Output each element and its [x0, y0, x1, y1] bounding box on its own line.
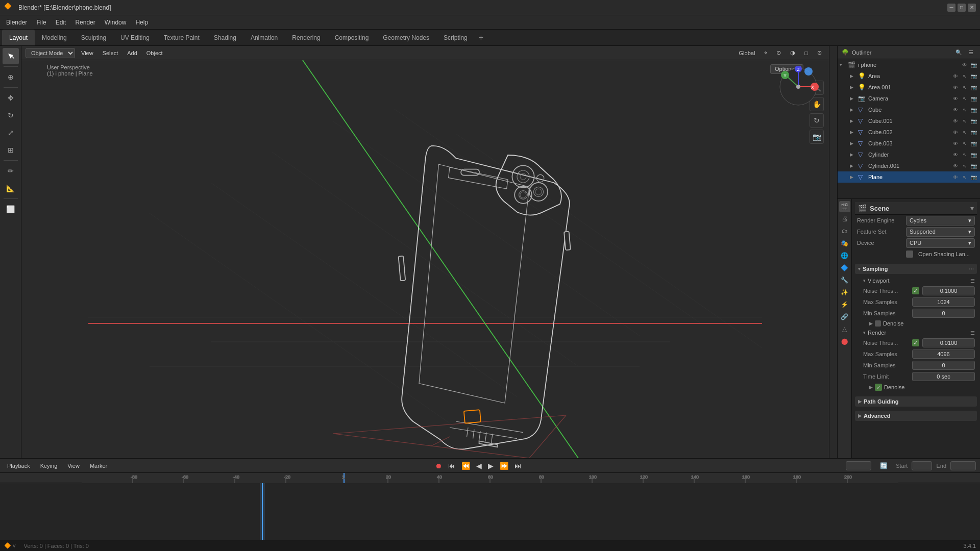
prop-tab-particles[interactable]: ✨ — [839, 287, 850, 298]
scene-expand-icon[interactable]: ▾ — [840, 62, 846, 67]
close-button[interactable]: ✕ — [968, 4, 976, 12]
outliner-item-cube002[interactable]: ▶ ▽ Cube.002 👁 ↖ 📷 — [838, 127, 980, 138]
outliner-scene-row[interactable]: ▾ 🎬 i phone 👁 📷 — [838, 59, 980, 70]
cube-expand-icon[interactable]: ▶ — [850, 107, 856, 112]
measure-tool-button[interactable]: 📐 — [3, 180, 19, 196]
render-denoise-header[interactable]: ▶ ✓ Denoise — [867, 382, 977, 392]
cylinder-visibility-btn[interactable]: 👁 — [951, 151, 960, 159]
outliner-item-camera[interactable]: ▶ 📷 Camera 👁 ↖ 📷 — [838, 93, 980, 104]
xray-button[interactable]: □ — [801, 49, 811, 57]
scene-visibility-button[interactable]: 👁 — [961, 61, 969, 69]
prop-tab-scene[interactable]: 🎭 — [839, 238, 850, 249]
start-frame-input[interactable]: 1 — [912, 461, 932, 470]
cube002-visibility-btn[interactable]: 👁 — [951, 128, 960, 136]
viewport-canvas[interactable]: 🔍 ✋ ↻ 📷 — [21, 60, 829, 458]
tab-modeling[interactable]: Modeling — [35, 30, 74, 45]
viewport-denoise-header[interactable]: ▶ Denoise — [867, 319, 977, 328]
outliner-item-cube003[interactable]: ▶ ▽ Cube.003 👁 ↖ 📷 — [838, 138, 980, 149]
add-menu-button[interactable]: Add — [124, 49, 140, 57]
view-camera-button[interactable]: 📷 — [810, 130, 824, 144]
area-visibility-btn[interactable]: 👁 — [951, 72, 960, 80]
cube002-render-btn[interactable]: 📷 — [970, 128, 978, 136]
tab-shading[interactable]: Shading — [207, 30, 243, 45]
menu-file[interactable]: File — [32, 17, 50, 28]
camera-visibility-btn[interactable]: 👁 — [951, 94, 960, 103]
outliner-item-area001[interactable]: ▶ 💡 Area.001 👁 ↖ 📷 — [838, 82, 980, 93]
prop-tab-render[interactable]: 🎬 — [839, 201, 850, 212]
marker-menu-button[interactable]: Marker — [87, 462, 110, 470]
step-forward-button[interactable]: ⏩ — [498, 461, 510, 471]
feature-set-dropdown[interactable]: Supported ▾ — [906, 227, 975, 237]
prop-tab-object[interactable]: 🔷 — [839, 262, 850, 273]
sampling-header[interactable]: ▾ Sampling ⋯ — [855, 264, 977, 274]
jump-end-button[interactable]: ⏭ — [512, 461, 524, 471]
timeline-body[interactable]: -80 -60 -40 -20 1 20 40 60 80 100 120 14… — [0, 473, 980, 540]
timeline-view-button[interactable]: View — [64, 462, 83, 470]
tab-animation[interactable]: Animation — [243, 30, 285, 45]
plane-select-btn[interactable]: ↖ — [961, 173, 969, 181]
area001-visibility-btn[interactable]: 👁 — [951, 83, 960, 91]
scene-browse-button[interactable]: ▾ — [970, 204, 974, 212]
prop-tab-world[interactable]: 🌐 — [839, 250, 850, 261]
object-mode-select[interactable]: Object Mode — [26, 48, 75, 58]
max-samples-value[interactable]: 1024 — [912, 297, 975, 307]
prop-tab-material[interactable]: ⬤ — [839, 336, 850, 347]
record-button[interactable]: ⏺ — [433, 461, 444, 471]
plane-render-btn[interactable]: 📷 — [970, 173, 978, 181]
denoise-enable-checkbox[interactable] — [875, 320, 881, 327]
menu-window[interactable]: Window — [101, 17, 131, 28]
menu-help[interactable]: Help — [131, 17, 152, 28]
keying-menu-button[interactable]: Keying — [37, 462, 61, 470]
play-reverse-button[interactable]: ◀ — [474, 461, 484, 471]
playback-menu-button[interactable]: Playback — [4, 462, 33, 470]
tab-compositing[interactable]: Compositing — [328, 30, 376, 45]
cursor-tool-button[interactable]: ⊕ — [3, 69, 19, 85]
advanced-header[interactable]: ▶ Advanced — [855, 411, 977, 421]
cylinder001-select-btn[interactable]: ↖ — [961, 162, 969, 170]
timeline-track[interactable] — [0, 483, 980, 540]
move-tool-button[interactable]: ✥ — [3, 90, 19, 106]
tab-layout[interactable]: Layout — [2, 30, 35, 45]
cylinder-expand-icon[interactable]: ▶ — [850, 152, 856, 157]
outliner-item-area[interactable]: ▶ 💡 Area 👁 ↖ 📷 — [838, 70, 980, 82]
cube003-expand-icon[interactable]: ▶ — [850, 141, 856, 146]
add-cube-button[interactable]: ⬜ — [3, 201, 19, 217]
snap-button[interactable]: ⌖ — [761, 48, 770, 57]
tab-geometry-nodes[interactable]: Geometry Nodes — [376, 30, 436, 45]
render-max-samples-value[interactable]: 4096 — [912, 349, 975, 359]
cube-visibility-btn[interactable]: 👁 — [951, 106, 960, 114]
cube003-visibility-btn[interactable]: 👁 — [951, 139, 960, 147]
cube001-render-btn[interactable]: 📷 — [970, 117, 978, 125]
cylinder-select-btn[interactable]: ↖ — [961, 151, 969, 159]
transform-tool-button[interactable]: ⊞ — [3, 142, 19, 158]
outliner-item-cylinder001[interactable]: ▶ ▽ Cylinder.001 👁 ↖ 📷 — [838, 160, 980, 171]
cube001-visibility-btn[interactable]: 👁 — [951, 117, 960, 125]
camera-select-btn[interactable]: ↖ — [961, 94, 969, 103]
viewport-shading-button[interactable]: ◑ — [787, 48, 798, 57]
viewport-subsection-header[interactable]: ▾ Viewport ☰ — [861, 276, 977, 285]
annotate-tool-button[interactable]: ✏ — [3, 163, 19, 179]
keyframe-sync-button[interactable]: 🔄 — [875, 458, 892, 474]
prop-tab-output[interactable]: 🖨 — [839, 213, 850, 224]
play-button[interactable]: ▶ — [486, 461, 496, 471]
cylinder001-visibility-btn[interactable]: 👁 — [951, 162, 960, 170]
step-back-button[interactable]: ⏪ — [459, 461, 472, 471]
prop-tab-constraints[interactable]: 🔗 — [839, 311, 850, 322]
tab-texture-paint[interactable]: Texture Paint — [157, 30, 207, 45]
path-guiding-header[interactable]: ▶ Path Guiding — [855, 396, 977, 407]
tab-rendering[interactable]: Rendering — [285, 30, 327, 45]
area001-expand-icon[interactable]: ▶ — [850, 85, 856, 90]
plane-visibility-btn[interactable]: 👁 — [951, 173, 960, 181]
noise-threshold-value[interactable]: 0.1000 — [922, 286, 975, 295]
area-render-btn[interactable]: 📷 — [970, 72, 978, 80]
cylinder001-expand-icon[interactable]: ▶ — [850, 163, 856, 168]
cube001-expand-icon[interactable]: ▶ — [850, 118, 856, 123]
scale-tool-button[interactable]: ⤢ — [3, 124, 19, 141]
scene-render-button[interactable]: 📷 — [970, 61, 978, 69]
outliner-filter-button[interactable]: ☰ — [966, 47, 976, 58]
view-orbit-button[interactable]: ↻ — [810, 113, 824, 128]
outliner-item-cube001[interactable]: ▶ ▽ Cube.001 👁 ↖ 📷 — [838, 115, 980, 127]
navigation-gizmo[interactable]: X Y Z — [778, 66, 819, 107]
end-frame-input[interactable]: 100 — [950, 461, 976, 470]
object-menu-button[interactable]: Object — [143, 49, 166, 57]
